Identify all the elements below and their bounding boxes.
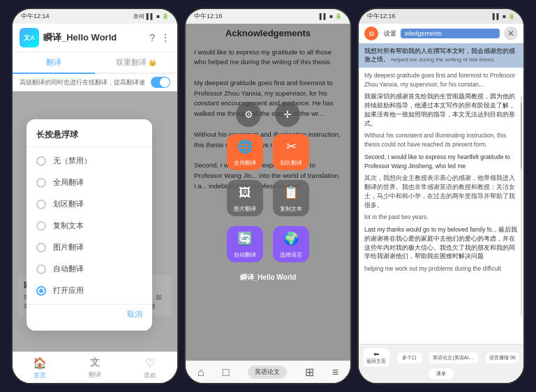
phone3-p6: lot in the past two years. <box>364 213 518 222</box>
radio-0[interactable] <box>36 156 46 166</box>
fab-settings-btn[interactable]: ⚙ <box>236 102 261 127</box>
phone3-main-content: My deepest gratitude goes first and fore… <box>359 68 523 344</box>
tab-translate[interactable]: 翻译 <box>13 52 95 74</box>
menu-icon[interactable]: ⋮ <box>161 32 170 43</box>
toggle-switch[interactable] <box>151 77 170 88</box>
status-bar-3: 中午12:16 ▌▌ ■ 🔋 <box>359 9 523 24</box>
fab-image-translate[interactable]: 🖼 图片翻译 <box>227 180 263 216</box>
radio-3[interactable] <box>36 221 46 231</box>
phone-1: 中午12:14 奈何 ▌▌ ■ 🔋 文A 瞬译_Hello World ? ⋮ <box>11 8 179 384</box>
status-time-2: 中午12:16 <box>194 12 223 21</box>
popup-cancel[interactable]: 取消 <box>27 304 152 324</box>
tab-double-translate[interactable]: 双重翻译 👑 <box>95 52 177 73</box>
global-translate-icon: 🌐 <box>237 137 253 156</box>
settings-circle-icon[interactable]: ⚙ <box>364 27 378 40</box>
status-bar-2: 中午12:16 ▌▌ ■ 🔋 <box>186 9 350 24</box>
translate-icon: 文 <box>90 356 100 369</box>
popup-item-4[interactable]: 图片翻译 <box>27 236 152 258</box>
scrollbar-track <box>521 96 522 317</box>
nav-translate[interactable]: 文 翻译 <box>68 356 123 380</box>
phone1-tabs: 翻译 双重翻译 👑 <box>13 52 177 74</box>
highlighted-title: wledgements <box>401 29 500 38</box>
radio-6[interactable] <box>36 286 46 296</box>
radio-4[interactable] <box>36 243 46 252</box>
close-button[interactable]: ✕ <box>504 27 518 40</box>
phone2-back-icon[interactable]: □ <box>223 366 230 379</box>
fab-expand-btn[interactable]: ✛ <box>275 102 300 127</box>
fab-select-language[interactable]: 🌍 选择语言 <box>273 226 309 262</box>
popup-title: 长按悬浮球 <box>27 126 152 147</box>
phone1-content: 长按悬浮球 无（禁用） 全局翻译 划区翻译 复制文本 <box>13 91 177 352</box>
status-time-1: 中午12:14 <box>21 12 50 21</box>
scrollbar-thumb <box>521 103 522 169</box>
fab-global-translate[interactable]: 🌐 全局翻译 <box>227 134 263 170</box>
phone3-p4: Second, I would like to express my heart… <box>364 153 518 171</box>
fab-region-translate[interactable]: ✂ 划区翻译 <box>273 134 309 170</box>
phone-3: 中午12:16 ▌▌ ■ 🔋 ⚙ 设置 wledgements ✕ <box>357 8 525 384</box>
phone2-content[interactable]: Acknowledgements I would like to express… <box>186 24 350 361</box>
phone3-header-left: ⚙ 设置 <box>364 27 396 40</box>
help-icon[interactable]: ? <box>149 32 155 43</box>
fab-branding: 瞬译_Hello World <box>205 272 331 282</box>
fab-row-3: 🔄 自动翻译 🌍 选择语言 <box>205 226 331 262</box>
image-translate-icon: 🖼 <box>239 183 251 202</box>
status-icons-2: ▌▌ ■ 🔋 <box>320 13 342 20</box>
phone3-p5: 其次，我想向金主教授表示衷心的感谢，他带领我进入翻译的世界。我也非常感谢英语的教… <box>364 174 518 209</box>
phone2-bottom-nav: ⌂ □ 英语论文 ⊞ ≡ <box>186 361 350 383</box>
fab-row-2: 🖼 图片翻译 📋 复制文本 <box>205 180 331 216</box>
phone1-header: 文A 瞬译_Hello World ? ⋮ <box>13 24 177 52</box>
phone1-bottom-nav: 🏠 首页 文 翻译 ♡ 喜欢 <box>13 352 177 383</box>
phone2-doc-pill[interactable]: 英语论文 <box>248 365 287 379</box>
phone3-voice-btn[interactable]: 语音播报 00 <box>486 352 519 363</box>
phone3-highlight-section: 我想对所有帮助我的人在撰写本文时，我会感谢您的感激之情。 helped me d… <box>359 43 523 68</box>
nav-home[interactable]: 🏠 首页 <box>13 356 68 380</box>
phone1-logo: 文A 瞬译_Hello World <box>20 28 117 47</box>
select-language-icon: 🌍 <box>283 229 299 248</box>
phone3-p1: My deepest gratitude goes first and fore… <box>364 71 518 89</box>
status-time-3: 中午12:16 <box>367 12 396 21</box>
feature-description: 高级翻译的同时也进行在线翻译，提高翻译速 <box>13 74 177 91</box>
phone3-p3: Without his consistent and illuminating … <box>364 131 518 149</box>
status-bar-1: 中午12:14 奈何 ▌▌ ■ 🔋 <box>13 9 177 24</box>
popup-item-6[interactable]: 打开应用 <box>27 280 152 301</box>
radio-5[interactable] <box>36 264 46 274</box>
phone3-multi-btn[interactable]: 多个口 <box>397 352 422 363</box>
radio-2[interactable] <box>36 199 46 209</box>
phone3-bottom-nav: ⬅ 返回主页 多个口 英语论文(英语AI辅助，魔鬼合同模式) 语音播报 00 课… <box>359 344 523 383</box>
popup-item-2[interactable]: 划区翻译 <box>27 193 152 215</box>
radio-1[interactable] <box>36 178 46 188</box>
phone3-p8: helping me work out my problems during t… <box>364 264 518 273</box>
popup-item-0[interactable]: 无（禁用） <box>27 150 152 172</box>
region-translate-icon: ✂ <box>286 137 297 156</box>
copy-text-icon: 📋 <box>283 183 299 202</box>
phone3-p2: 我最深切的感谢首先给我的生管闹题周教授，因为他的持续鼓励和指导，他通过本文写作的… <box>364 92 518 128</box>
phone3-p7: Last my thanks would go to my beloved fa… <box>364 225 518 261</box>
popup-menu: 长按悬浮球 无（禁用） 全局翻译 划区翻译 复制文本 <box>27 119 152 331</box>
settings-label: 设置 <box>384 29 396 38</box>
phone3-list-btn[interactable]: 课单 <box>429 368 454 379</box>
phone2-home-icon[interactable]: ⌂ <box>198 366 204 379</box>
status-icons-1: 奈何 ▌▌ ■ 🔋 <box>133 13 169 20</box>
fab-top-row: ⚙ ✛ <box>205 102 331 127</box>
phone-2: 中午12:16 ▌▌ ■ 🔋 Acknowledgements I would … <box>184 8 352 384</box>
home-icon: 🏠 <box>33 356 47 370</box>
phone3-back-btn[interactable]: ⬅ 返回主页 <box>363 348 389 367</box>
app-name: 瞬译_Hello World <box>43 31 117 44</box>
app-logo-icon: 文A <box>20 28 39 47</box>
phone3-content[interactable]: 我想对所有帮助我的人在撰写本文时，我会感谢您的感激之情。 helped me d… <box>359 43 523 344</box>
phone2-menu-icon[interactable]: ≡ <box>332 366 338 379</box>
fab-grid: ⚙ ✛ 🌐 全局翻译 ✂ 划区翻译 <box>205 102 331 282</box>
popup-item-5[interactable]: 自动翻译 <box>27 258 152 280</box>
popup-item-3[interactable]: 复制文本 <box>27 215 152 236</box>
fab-auto-translate[interactable]: 🔄 自动翻译 <box>227 226 263 262</box>
fab-row-1: 🌐 全局翻译 ✂ 划区翻译 <box>205 134 331 170</box>
phone3-header: ⚙ 设置 wledgements ✕ <box>359 24 523 43</box>
fab-copy-text[interactable]: 📋 复制文本 <box>273 180 309 216</box>
nav-favorites[interactable]: ♡ 喜欢 <box>122 356 177 380</box>
popup-item-1[interactable]: 全局翻译 <box>27 172 152 193</box>
header-icons: ? ⋮ <box>149 32 170 43</box>
status-icons-3: ▌▌ ■ 🔋 <box>493 13 515 20</box>
phone2-grid-icon[interactable]: ⊞ <box>305 365 314 379</box>
phone3-doc-pill[interactable]: 英语论文(英语AI辅助，魔鬼合同模式) <box>429 352 478 363</box>
fab-overlay[interactable]: ⚙ ✛ 🌐 全局翻译 ✂ 划区翻译 <box>186 24 350 361</box>
